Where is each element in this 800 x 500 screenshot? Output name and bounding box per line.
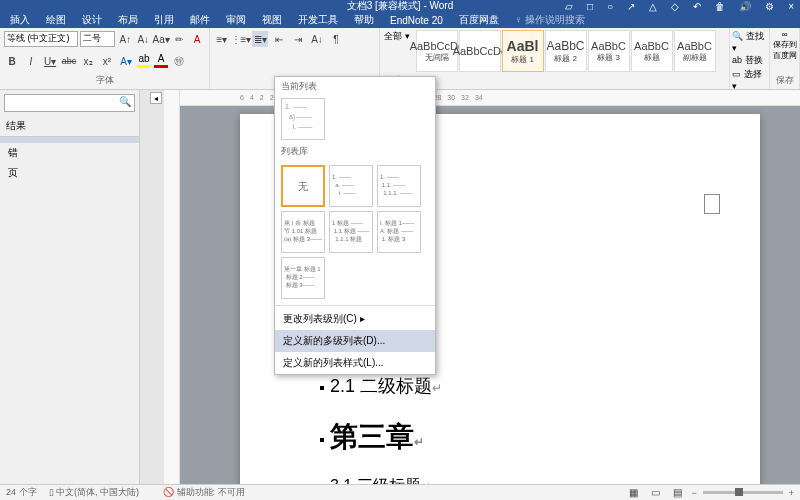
tab-layout[interactable]: 布局 <box>112 11 144 29</box>
style-title[interactable]: AaBbC标题 <box>631 30 673 72</box>
style-heading2[interactable]: AaBbC标题 2 <box>545 30 587 72</box>
list-lib-4[interactable]: 1 标题 —— 1.1 标题 —— 1.1.1 标题 <box>329 211 373 253</box>
tab-insert[interactable]: 插入 <box>4 11 36 29</box>
grow-font-icon[interactable]: A↑ <box>117 31 133 47</box>
font-size-select[interactable]: 二号 <box>80 31 116 47</box>
nav-search-input[interactable] <box>4 94 135 112</box>
show-marks-icon[interactable]: ¶ <box>328 31 344 47</box>
nav-tab-results[interactable]: 结果 <box>0 116 32 136</box>
style-normal[interactable]: AaBbCcDc <box>459 30 501 72</box>
nav-item-2[interactable]: 页 <box>0 163 139 183</box>
styles-all[interactable]: 全部 ▾ <box>384 30 410 43</box>
underline-button[interactable]: U▾ <box>42 53 58 69</box>
list-none[interactable]: 无 <box>281 165 325 207</box>
list-lib-6[interactable]: 第一章 标题 1 标题 2—— 标题 3—— <box>281 257 325 299</box>
find-button[interactable]: 🔍 查找 ▾ <box>732 30 767 53</box>
titlebar-square-icon[interactable]: □ <box>587 1 593 12</box>
titlebar-triangle-icon[interactable]: △ <box>649 1 657 12</box>
list-lib-5[interactable]: I. 标题 1—— A. 标题 —— 1. 标题 3 <box>377 211 421 253</box>
titlebar-shape-icon[interactable]: ▱ <box>565 1 573 12</box>
tab-developer[interactable]: 开发工具 <box>292 11 344 29</box>
tab-baidu[interactable]: 百度网盘 <box>453 11 505 29</box>
list-lib-1[interactable]: 1. —— a. —— i. —— <box>329 165 373 207</box>
shrink-font-icon[interactable]: A↓ <box>135 31 151 47</box>
sort-icon[interactable]: A↓ <box>309 31 325 47</box>
tab-mail[interactable]: 邮件 <box>184 11 216 29</box>
close-icon[interactable]: × <box>788 1 794 12</box>
subscript-button[interactable]: x₂ <box>80 53 96 69</box>
doc-heading-3[interactable]: 3.1 三级标题↵ <box>320 476 680 484</box>
current-list-label: 当前列表 <box>275 77 435 96</box>
list-library-label: 列表库 <box>275 142 435 161</box>
text-effects-icon[interactable]: A▾ <box>118 53 134 69</box>
strike-button[interactable]: abc <box>61 53 77 69</box>
view-web-icon[interactable]: ▤ <box>669 485 685 501</box>
titlebar-arrow-icon[interactable]: ↗ <box>627 1 635 12</box>
zoom-in-icon[interactable]: + <box>789 488 794 498</box>
titlebar-sound-icon[interactable]: 🔊 <box>739 1 751 12</box>
window-title: 文档3 [兼容模式] - Word <box>347 0 454 13</box>
zoom-out-icon[interactable]: − <box>691 488 696 498</box>
ribbon-tabs: 插入 绘图 设计 布局 引用 邮件 审阅 视图 开发工具 帮助 EndNote … <box>0 12 800 28</box>
font-color-button[interactable]: A <box>154 54 168 68</box>
replace-button[interactable]: ab 替换 <box>732 54 767 67</box>
define-new-multilevel[interactable]: 定义新的多级列表(D)... <box>275 330 435 352</box>
save-group-label: 保存 <box>776 74 794 87</box>
view-read-icon[interactable]: ▭ <box>647 485 663 501</box>
bold-button[interactable]: B <box>4 53 20 69</box>
collapse-nav-icon[interactable]: ◂ <box>150 92 162 104</box>
titlebar-undo-icon[interactable]: ◇ <box>671 1 679 12</box>
titlebar-redo-icon[interactable]: ↶ <box>693 1 701 12</box>
tab-view[interactable]: 视图 <box>256 11 288 29</box>
multilevel-list-dropdown: 当前列表 1. —— a) —— i. —— 列表库 无 1. —— a. ——… <box>274 76 436 375</box>
tab-design[interactable]: 设计 <box>76 11 108 29</box>
highlight-button[interactable]: ab <box>137 54 151 68</box>
change-case-icon[interactable]: Aa▾ <box>153 31 169 47</box>
bullets-button[interactable]: ≡▾ <box>214 31 230 47</box>
tab-help[interactable]: 帮助 <box>348 11 380 29</box>
view-print-icon[interactable]: ▦ <box>625 485 641 501</box>
search-icon[interactable]: 🔍 <box>119 96 131 107</box>
phonetic-icon[interactable]: A <box>189 31 205 47</box>
titlebar-circle-icon[interactable]: ○ <box>607 1 613 12</box>
tab-review[interactable]: 审阅 <box>220 11 252 29</box>
define-new-list-style[interactable]: 定义新的列表样式(L)... <box>275 352 435 374</box>
superscript-button[interactable]: x² <box>99 53 115 69</box>
tab-endnote[interactable]: EndNote 20 <box>384 13 449 28</box>
multilevel-button[interactable]: ≣▾ <box>252 31 268 47</box>
word-count[interactable]: 24 个字 <box>6 486 37 499</box>
doc-heading-1[interactable]: 第三章↵ <box>320 418 680 456</box>
horizontal-ruler: 642246810121416182022242628303234 <box>180 90 800 106</box>
style-heading1[interactable]: AaBl标题 1 <box>502 30 544 72</box>
titlebar-delete-icon[interactable]: 🗑 <box>715 1 725 12</box>
vertical-ruler <box>164 90 180 484</box>
italic-button[interactable]: I <box>23 53 39 69</box>
tab-references[interactable]: 引用 <box>148 11 180 29</box>
style-nospacing[interactable]: AaBbCcDc无间隔 <box>416 30 458 72</box>
tell-me[interactable]: ♀ 操作说明搜索 <box>509 11 591 29</box>
tab-draw[interactable]: 绘图 <box>40 11 72 29</box>
font-family-select[interactable]: 等线 (中文正文) <box>4 31 78 47</box>
titlebar-settings-icon[interactable]: ⚙ <box>765 1 774 12</box>
accessibility-status[interactable]: 🚫 辅助功能: 不可用 <box>163 486 245 499</box>
list-lib-3[interactable]: 第 I 条 标题 节 1.01 标题 (a) 标题 3—— <box>281 211 325 253</box>
current-list-preview[interactable]: 1. —— a) —— i. —— <box>281 98 325 140</box>
list-lib-2[interactable]: 1. —— 1.1. —— 1.1.1. —— <box>377 165 421 207</box>
enclose-icon[interactable]: ㊕ <box>171 53 187 69</box>
change-list-level[interactable]: 更改列表级别(C) ▸ <box>275 308 435 330</box>
text-cursor <box>704 194 720 214</box>
indent-left-icon[interactable]: ⇤ <box>271 31 287 47</box>
status-bar: 24 个字 ▯ 中文(简体, 中国大陆) 🚫 辅助功能: 不可用 ▦ ▭ ▤ −… <box>0 484 800 500</box>
clear-format-icon[interactable]: ✏ <box>171 31 187 47</box>
style-subtitle[interactable]: AaBbC副标题 <box>674 30 716 72</box>
style-gallery: AaBbCcDc无间隔 AaBbCcDc AaBl标题 1 AaBbC标题 2 … <box>416 30 716 72</box>
zoom-slider[interactable] <box>703 491 783 494</box>
indent-right-icon[interactable]: ⇥ <box>290 31 306 47</box>
numbering-button[interactable]: ⋮≡▾ <box>233 31 249 47</box>
doc-heading-2[interactable]: 2.1 二级标题↵ <box>320 374 680 398</box>
save-baidu-button[interactable]: ∞保存到百度网 <box>772 30 797 61</box>
select-button[interactable]: ▭ 选择 ▾ <box>732 68 767 91</box>
language-status[interactable]: ▯ 中文(简体, 中国大陆) <box>49 486 140 499</box>
nav-item-1[interactable]: 错 <box>0 143 139 163</box>
style-heading3[interactable]: AaBbC标题 3 <box>588 30 630 72</box>
